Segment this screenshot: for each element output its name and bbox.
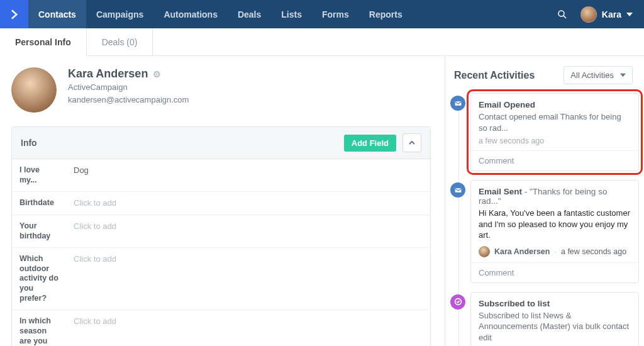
activity-desc: Hi Kara, You've been a fantastic custome… (479, 208, 631, 241)
activity-item: Subscribed to listSubscribed to list New… (470, 292, 639, 346)
mail-icon (450, 182, 465, 198)
activities-column: Recent Activities All Activities Email O… (445, 56, 644, 346)
info-row: Your birthdayClick to add (12, 215, 430, 248)
gear-icon[interactable]: ⚙ (153, 69, 161, 79)
svg-line-1 (564, 15, 566, 18)
tab-personal-info[interactable]: Personal Info (0, 28, 87, 56)
info-row: In which season are you the most active?… (12, 310, 430, 346)
activity-time: a few seconds ago (479, 137, 631, 145)
caret-down-icon (620, 72, 626, 78)
activities-title: Recent Activities (454, 70, 564, 81)
comment-button[interactable]: Comment (471, 150, 638, 170)
mail-icon (450, 96, 465, 111)
activity-card: Subscribed to listSubscribed to list New… (470, 292, 639, 346)
contact-email: kandersen@activecampaign.com (68, 94, 189, 106)
nav-item-contacts[interactable]: Contacts (28, 0, 86, 28)
comment-button[interactable]: Comment (471, 262, 638, 282)
activity-title: Subscribed to list (479, 299, 631, 308)
activities-timeline: Email OpenedContact opened email Thanks … (445, 93, 639, 346)
activity-item: Email Sent - "Thanks for being so rad...… (470, 180, 639, 283)
info-field-value[interactable]: Dog (66, 159, 430, 191)
activity-item: Email OpenedContact opened email Thanks … (470, 93, 639, 171)
info-field-value[interactable]: Click to add (66, 248, 430, 310)
avatar (479, 246, 490, 257)
activity-time: a few seconds ago (561, 247, 626, 256)
nav-item-automations[interactable]: Automations (153, 0, 228, 28)
avatar (11, 67, 57, 113)
app-logo[interactable] (0, 0, 28, 28)
info-field-value[interactable]: Click to add (66, 310, 430, 346)
activities-header: Recent Activities All Activities (445, 66, 639, 93)
info-row: I love my...Dog (12, 159, 430, 192)
info-card-header: Info Add Field (12, 127, 430, 159)
info-field-value[interactable]: Click to add (66, 215, 430, 247)
chevron-up-icon (408, 139, 416, 147)
nav-item-lists[interactable]: Lists (271, 0, 312, 28)
activity-desc: Contact opened email Thanks for being so… (479, 111, 631, 133)
contact-tabs: Personal Info Deals (0) (0, 28, 644, 56)
user-name: Kara (602, 9, 621, 20)
nav-item-forms[interactable]: Forms (312, 0, 359, 28)
info-field-label: Your birthday (12, 215, 66, 247)
tab-label: Deals (0) (102, 37, 138, 47)
content-area: Kara Andersen ⚙ ActiveCampaign kandersen… (0, 56, 644, 346)
svg-marker-2 (626, 13, 633, 16)
tab-label: Personal Info (15, 37, 71, 47)
info-card: Info Add Field I love my...DogBirthdateC… (11, 126, 431, 346)
search-icon (557, 9, 568, 20)
svg-point-0 (558, 11, 564, 16)
info-row: Which outdoor activity do you prefer?Cli… (12, 248, 430, 310)
tab-deals[interactable]: Deals (0) (87, 28, 153, 55)
activities-filter[interactable]: All Activities (564, 66, 633, 84)
activity-desc: Subscribed to list News & Announcements … (479, 310, 631, 343)
info-field-label: In which season are you the most active? (12, 310, 66, 346)
activity-title: Email Sent - "Thanks for being so rad...… (479, 187, 631, 206)
global-search[interactable] (548, 9, 577, 20)
user-menu[interactable]: Kara (577, 6, 644, 23)
nav-item-deals[interactable]: Deals (228, 0, 271, 28)
profile-header: Kara Andersen ⚙ ActiveCampaign kandersen… (11, 67, 431, 113)
top-nav: ContactsCampaignsAutomationsDealsListsFo… (0, 0, 644, 28)
contact-org: ActiveCampaign (68, 82, 189, 93)
filter-label: All Activities (570, 70, 614, 80)
info-row: BirthdateClick to add (12, 192, 430, 215)
svg-marker-3 (620, 74, 626, 77)
info-field-label: Birthdate (12, 192, 66, 215)
add-field-button[interactable]: Add Field (344, 135, 396, 152)
info-field-value[interactable]: Click to add (66, 192, 430, 215)
chevron-icon (8, 8, 21, 21)
info-field-label: Which outdoor activity do you prefer? (12, 248, 66, 310)
activity-title: Email Opened (479, 100, 631, 109)
nav-item-reports[interactable]: Reports (359, 0, 413, 28)
activity-card: Email OpenedContact opened email Thanks … (470, 93, 639, 171)
nav-item-campaigns[interactable]: Campaigns (86, 0, 153, 28)
info-field-label: I love my... (12, 159, 66, 191)
info-title: Info (21, 138, 344, 148)
collapse-button[interactable] (402, 133, 421, 152)
avatar (580, 6, 597, 23)
left-column: Kara Andersen ⚙ ActiveCampaign kandersen… (0, 56, 445, 346)
activity-author: Kara Andersen · a few seconds ago (479, 246, 631, 257)
caret-down-icon (626, 11, 633, 18)
check-icon (450, 294, 465, 310)
activity-card: Email Sent - "Thanks for being so rad...… (470, 180, 639, 283)
contact-name: Kara Andersen (68, 67, 148, 81)
